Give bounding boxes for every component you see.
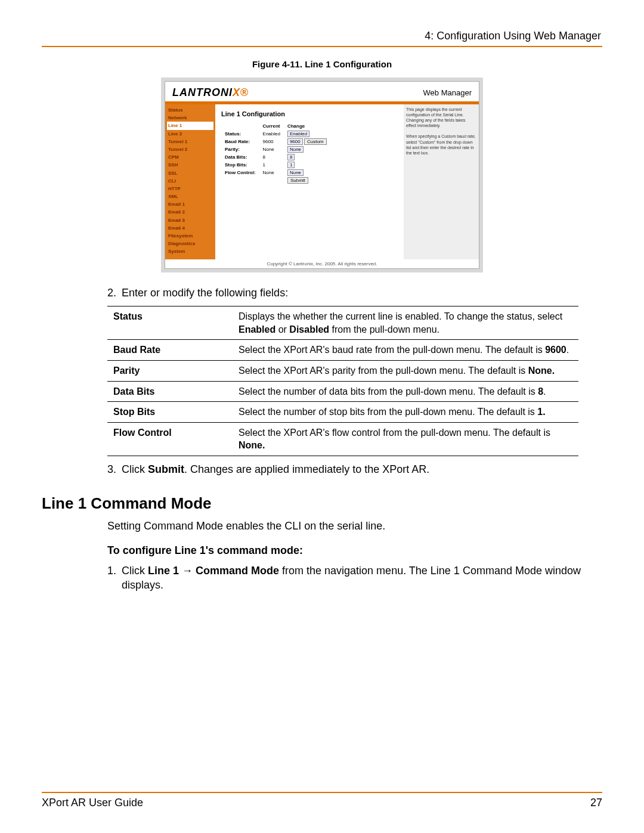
- row-current: Enabled: [259, 130, 284, 138]
- sidebar: Status Network Line 1 Line 2 Tunnel 1 Tu…: [165, 104, 215, 259]
- arrow-icon: →: [182, 565, 193, 577]
- sidebar-item[interactable]: Email 2: [167, 208, 213, 216]
- status-select[interactable]: Enabled: [287, 131, 309, 137]
- panel-title: Line 1 Configuration: [221, 110, 398, 117]
- field-name: Flow Control: [107, 422, 233, 456]
- sidebar-item[interactable]: Line 1: [167, 122, 213, 129]
- field-desc: Select the number of data bits from the …: [233, 381, 578, 402]
- step-bold: Submit: [148, 463, 184, 475]
- table-row: Status Displays the whether the current …: [107, 306, 578, 340]
- page-header: 4: Configuration Using Web Manager: [42, 30, 602, 46]
- step-3: 3.Click Submit. Changes are applied imme…: [107, 462, 602, 476]
- baud-select[interactable]: 9600: [287, 138, 303, 145]
- row-label: Baud Rate:: [221, 138, 259, 145]
- sidebar-item[interactable]: Filesystem: [167, 232, 213, 240]
- sidebar-item[interactable]: HTTP: [167, 185, 213, 193]
- step-2: 2.Enter or modify the following fields:: [107, 286, 602, 300]
- lantronix-logo: LANTRONIX®: [172, 86, 249, 99]
- sidebar-item[interactable]: Diagnostics: [167, 240, 213, 247]
- databits-select[interactable]: 8: [287, 154, 295, 160]
- field-name: Parity: [107, 361, 233, 382]
- footer-page: 27: [590, 797, 602, 809]
- col-change: Change: [284, 122, 330, 130]
- step-bold: Command Mode: [193, 565, 279, 577]
- field-desc: Select the XPort AR's parity from the pu…: [233, 361, 578, 382]
- logo-text: LANTRONI: [172, 86, 233, 98]
- sidebar-item[interactable]: Email 1: [167, 200, 213, 208]
- sidebar-item[interactable]: Tunnel 2: [167, 145, 213, 153]
- col-current: Current: [259, 122, 284, 130]
- help-text: When specifying a Custom baud rate, sele…: [406, 134, 476, 155]
- sidebar-item[interactable]: CPM: [167, 153, 213, 161]
- parity-select[interactable]: None: [287, 146, 304, 153]
- table-row: Parity Select the XPort AR's parity from…: [107, 361, 578, 382]
- sidebar-item[interactable]: Status: [167, 106, 213, 114]
- help-text: This page displays the current configura…: [406, 107, 476, 128]
- stopbits-select[interactable]: 1: [287, 162, 295, 168]
- row-current: 1: [259, 161, 284, 169]
- table-row: Data Bits Select the number of data bits…: [107, 381, 578, 402]
- help-panel: This page displays the current configura…: [404, 104, 479, 259]
- field-name: Status: [107, 306, 233, 340]
- config-panel: Line 1 Configuration CurrentChange Statu…: [215, 104, 404, 259]
- table-row: Flow Control Select the XPort AR's flow …: [107, 422, 578, 456]
- sidebar-item[interactable]: System: [167, 247, 213, 255]
- step-bold: Line 1: [148, 565, 182, 577]
- header-rule: [42, 46, 602, 47]
- figure-caption: Figure 4-11. Line 1 Configuration: [42, 59, 602, 69]
- fields-table: Status Displays the whether the current …: [107, 306, 578, 456]
- sidebar-item[interactable]: SSL: [167, 169, 213, 177]
- step-text: Click: [122, 463, 148, 475]
- step-text: Enter or modify the following fields:: [122, 287, 288, 299]
- footer-guide: XPort AR User Guide: [42, 797, 143, 809]
- footer-rule: [42, 792, 602, 793]
- field-name: Stop Bits: [107, 402, 233, 423]
- row-label: Status:: [221, 130, 259, 138]
- table-row: Stop Bits Select the number of stop bits…: [107, 402, 578, 423]
- section-intro: Setting Command Mode enables the CLI on …: [107, 519, 602, 533]
- table-row: Baud Rate Select the XPort AR's baud rat…: [107, 340, 578, 361]
- step-text: . Changes are applied immediately to the…: [184, 463, 429, 475]
- submit-button[interactable]: Submit: [287, 177, 308, 184]
- field-desc: Select the XPort AR's baud rate from the…: [233, 340, 578, 361]
- sidebar-item[interactable]: XML: [167, 193, 213, 200]
- custom-button[interactable]: Custom: [304, 138, 327, 145]
- field-name: Baud Rate: [107, 340, 233, 361]
- sidebar-item[interactable]: Email 3: [167, 216, 213, 224]
- row-label: Stop Bits:: [221, 161, 259, 169]
- sidebar-item[interactable]: Line 2: [167, 130, 213, 138]
- row-current: 8: [259, 153, 284, 161]
- sub-step-1: 1.Click Line 1 → Command Mode from the n…: [107, 563, 602, 593]
- sidebar-item[interactable]: SSH: [167, 161, 213, 169]
- web-manager-label: Web Manager: [423, 88, 472, 97]
- sidebar-item[interactable]: CLI: [167, 177, 213, 185]
- section-heading: Line 1 Command Mode: [42, 493, 602, 514]
- section-subhead: To configure Line 1's command mode:: [107, 543, 602, 558]
- sidebar-item[interactable]: Email 4: [167, 224, 213, 232]
- row-label: Parity:: [221, 145, 259, 153]
- sidebar-item[interactable]: Network: [167, 114, 213, 122]
- field-desc: Displays the whether the current line is…: [233, 306, 578, 340]
- row-label: Flow Control:: [221, 169, 259, 176]
- field-desc: Select the number of stop bits from the …: [233, 402, 578, 423]
- flow-select[interactable]: None: [287, 169, 304, 176]
- figure-screenshot: LANTRONIX® Web Manager Status Network Li…: [161, 78, 483, 272]
- row-label: Data Bits:: [221, 153, 259, 161]
- row-current: None: [259, 145, 284, 153]
- field-desc: Select the XPort AR's flow control from …: [233, 422, 578, 456]
- step-text: Click: [122, 565, 148, 577]
- row-current: None: [259, 169, 284, 176]
- logo-x: X: [233, 86, 240, 98]
- sidebar-item[interactable]: Tunnel 1: [167, 138, 213, 145]
- field-name: Data Bits: [107, 381, 233, 402]
- copyright: Copyright © Lantronix, Inc. 2005. All ri…: [165, 259, 479, 268]
- row-current: 9600: [259, 138, 284, 145]
